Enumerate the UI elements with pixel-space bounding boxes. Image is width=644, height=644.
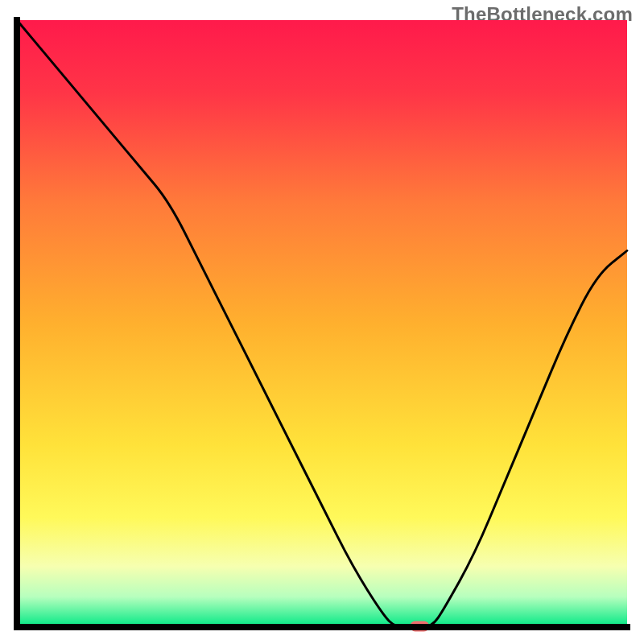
- bottleneck-chart: [0, 0, 644, 644]
- chart-container: TheBottleneck.com: [0, 0, 644, 644]
- chart-background: [17, 20, 627, 627]
